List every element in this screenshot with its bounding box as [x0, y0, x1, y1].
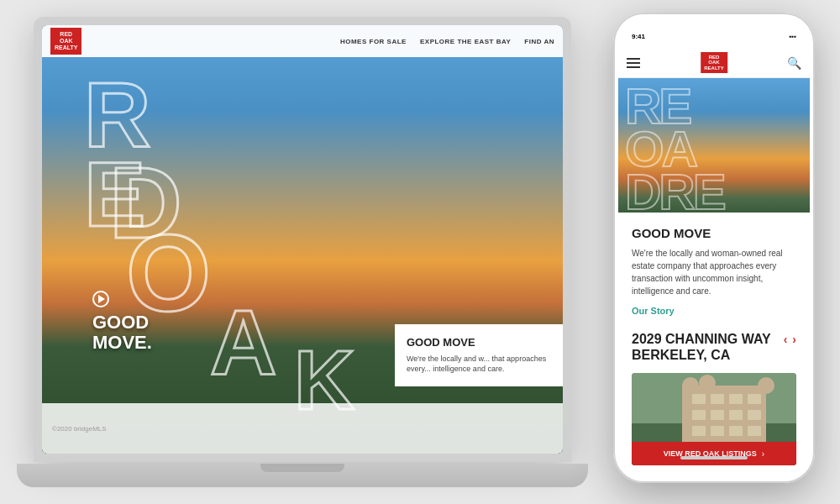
phone-signal: ▪▪▪ [789, 33, 796, 40]
svg-rect-8 [711, 410, 724, 420]
laptop-logo: RED OAK REALTY [50, 28, 81, 54]
hamburger-menu-button[interactable] [627, 58, 640, 68]
phone-status-bar: 9:41 ▪▪▪ [618, 24, 810, 48]
svg-rect-9 [729, 410, 743, 420]
prev-listing-button[interactable]: ‹ [784, 333, 788, 347]
svg-rect-4 [711, 394, 724, 404]
svg-rect-3 [692, 394, 706, 404]
svg-rect-10 [748, 410, 761, 420]
phone-hero-letters: REOADRE [625, 85, 724, 213]
phone-cta-arrow-icon: › [762, 449, 764, 459]
svg-rect-12 [711, 426, 724, 436]
phone-listing-image: View Red Oak Listings › [632, 373, 796, 465]
nav-homes-for-sale[interactable]: HOMES FOR SALE [340, 38, 407, 45]
svg-point-16 [699, 375, 716, 391]
phone-body: 9:41 ▪▪▪ RED OAK REALTY 🔍 [613, 13, 815, 483]
letter-a: A [210, 302, 272, 381]
phone-search-icon[interactable]: 🔍 [787, 56, 801, 70]
svg-point-15 [682, 377, 699, 394]
phone-good-move-title: GOOD MOVE [632, 226, 796, 240]
phone-screen: 9:41 ▪▪▪ RED OAK REALTY 🔍 [618, 24, 810, 471]
phone-listing-arrows[interactable]: ‹ › [784, 333, 796, 347]
svg-rect-13 [729, 426, 743, 436]
phone-home-indicator [680, 456, 748, 459]
svg-rect-6 [748, 394, 761, 404]
svg-rect-5 [729, 394, 743, 404]
phone-nav: RED OAK REALTY 🔍 [618, 48, 810, 78]
laptop-nav-links[interactable]: HOMES FOR SALE EXPLORE THE EAST BAY FIND… [340, 38, 554, 45]
laptop-body: R E D O A K RED [34, 17, 571, 462]
laptop-nav: RED OAK REALTY HOMES FOR SALE EXPLORE TH… [42, 25, 563, 57]
letter-o: O [126, 227, 207, 320]
laptop-device: R E D O A K RED [17, 17, 588, 487]
phone-our-story-link[interactable]: Our Story [632, 306, 796, 316]
svg-point-17 [758, 377, 774, 394]
phone-device: 9:41 ▪▪▪ RED OAK REALTY 🔍 [613, 13, 815, 483]
nav-explore-east-bay[interactable]: EXPLORE THE EAST BAY [420, 38, 511, 45]
svg-rect-14 [748, 426, 761, 436]
phone-time: 9:41 [632, 33, 645, 40]
letter-k: K [294, 344, 350, 416]
laptop-base [17, 464, 588, 487]
laptop-copyright: ©2020 bridgeMLS [52, 425, 107, 433]
laptop-screen: R E D O A K RED [42, 25, 563, 454]
phone-good-move-description: We're the locally and woman-owned real e… [632, 247, 796, 297]
phone-content: GOOD MOVE We're the locally and woman-ow… [618, 213, 810, 471]
svg-rect-11 [692, 426, 706, 436]
laptop-play-button[interactable] [92, 291, 109, 307]
play-icon [98, 295, 105, 303]
phone-hero-image: REOADRE [618, 78, 810, 213]
phone-address-text: 2029 CHANNING WAY BERKELEY, CA [632, 331, 784, 363]
phone-listing-address: 2029 CHANNING WAY BERKELEY, CA ‹ › [632, 331, 796, 363]
svg-rect-7 [692, 410, 706, 420]
laptop-notch [260, 464, 344, 472]
nav-find-an[interactable]: FIND AN [524, 38, 554, 45]
popup-title: GOOD MOVE [407, 336, 551, 349]
good-move-popup: GOOD MOVE We're the locally and w... tha… [395, 324, 563, 386]
scene: R E D O A K RED [0, 0, 840, 504]
next-listing-button[interactable]: › [792, 333, 796, 347]
popup-text: We're the locally and w... that approach… [407, 354, 551, 375]
phone-cta-bar[interactable]: View Red Oak Listings › [632, 442, 796, 465]
phone-logo: RED OAK REALTY [701, 52, 727, 74]
